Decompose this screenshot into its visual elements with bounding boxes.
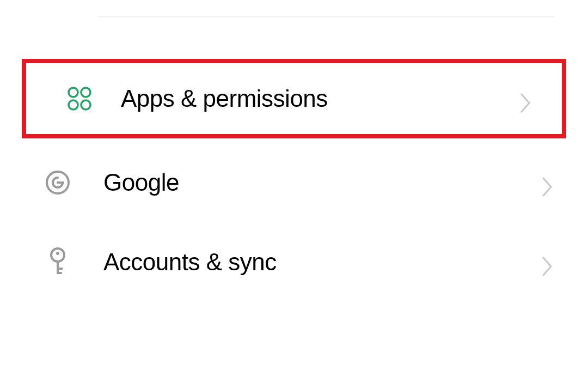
chevron-right-icon: [541, 176, 554, 189]
chevron-right-icon: [541, 256, 554, 269]
divider: [98, 16, 554, 17]
settings-item-google[interactable]: Google: [0, 143, 588, 222]
svg-rect-2: [69, 100, 78, 110]
google-icon: [45, 169, 71, 196]
key-icon: [45, 249, 71, 275]
apps-icon: [66, 86, 93, 112]
settings-list: Apps & permissions Google: [0, 59, 588, 302]
settings-item-label: Apps & permissions: [121, 85, 519, 112]
settings-item-label: Google: [103, 169, 541, 196]
settings-item-label: Accounts & sync: [103, 248, 541, 276]
svg-rect-1: [81, 88, 90, 97]
svg-rect-0: [69, 88, 78, 97]
settings-item-accounts-sync[interactable]: Accounts & sync: [0, 222, 588, 302]
svg-point-7: [56, 252, 59, 255]
chevron-right-icon: [519, 92, 532, 105]
settings-item-apps-permissions[interactable]: Apps & permissions: [22, 59, 566, 138]
svg-rect-3: [81, 100, 90, 110]
